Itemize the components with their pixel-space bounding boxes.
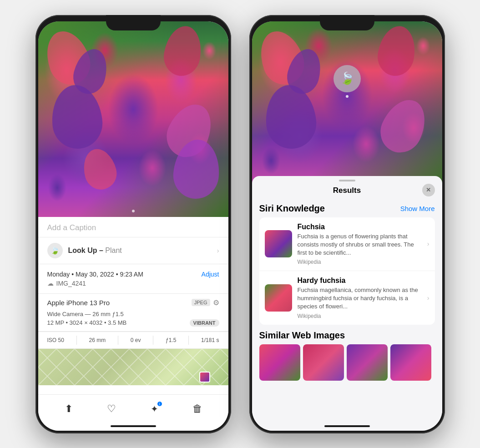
date-section: Monday • May 30, 2022 • 9:23 AM Adjust ☁… [38,264,228,294]
similar-images-row [259,344,435,381]
similar-images-title: Similar Web Images [259,330,345,341]
delete-button[interactable]: 🗑 [187,399,207,419]
results-panel: Results ✕ Siri Knowledge Show More [252,176,442,431]
fuchsia-item[interactable]: Fuchsia Fuchsia is a genus of flowering … [259,217,435,272]
show-more-button[interactable]: Show More [400,205,435,212]
format-badge: JPEG [192,299,210,306]
home-indicator [111,425,156,427]
similar-image-1[interactable] [259,344,300,381]
camera-specs: Wide Camera — 26 mm ƒ1.5 [47,311,219,317]
trash-icon: 🗑 [192,403,202,415]
phone-screen-right: 🍃 Results ✕ Siri Knowledge Show More [252,21,442,431]
exif-aperture: ƒ1.5 [166,337,176,343]
lookup-icon: 🍃 [47,243,63,258]
device-section: Apple iPhone 13 Pro JPEG ⚙ Wide Camera —… [38,294,228,332]
date-text: Monday • May 30, 2022 • 9:23 AM [47,271,143,278]
hardy-fuchsia-source: Wikipedia [298,313,420,319]
similar-image-3[interactable] [347,344,388,381]
fuchsia-source: Wikipedia [298,259,420,265]
hardy-fuchsia-item[interactable]: Hardy fuchsia Fuchsia magellanica, commo… [259,271,435,325]
map-thumbnail[interactable] [38,349,228,385]
lookup-row[interactable]: 🍃 Look Up – Plant › [38,237,228,264]
fuchsia-chevron: › [427,240,429,247]
phone-right: 🍃 Results ✕ Siri Knowledge Show More [249,15,445,433]
results-header: Results ✕ [252,181,442,199]
caption-placeholder[interactable]: Add a Caption [47,223,96,232]
info-button[interactable]: ✦ i [145,399,165,419]
resolution-specs: 12 MP • 3024 × 4032 • 3.5 MB [47,319,127,326]
photo-background[interactable] [38,21,228,217]
close-icon: ✕ [426,186,431,193]
lookup-label: Look Up – Plant [68,247,122,255]
exif-shutter: 1/181 s [201,337,219,343]
fuchsia-text: Fuchsia Fuchsia is a genus of flowering … [298,223,420,266]
lookup-chevron: › [217,247,219,254]
share-icon: ⬆ [65,403,73,415]
exif-iso: ISO 50 [47,337,64,343]
siri-knowledge-header: Siri Knowledge Show More [259,203,435,214]
hardy-fuchsia-description: Fuchsia magellanica, commonly known as t… [298,286,420,311]
similar-images-header: Similar Web Images [259,330,435,341]
similar-section: Similar Web Images [259,330,435,381]
knowledge-card: Fuchsia Fuchsia is a genus of flowering … [259,217,435,325]
fuchsia-description: Fuchsia is a genus of flowering plants t… [298,232,420,257]
results-title: Results [333,186,361,195]
visual-lookup-circle[interactable]: 🍃 [333,65,361,92]
hardy-fuchsia-name: Hardy fuchsia [298,277,420,285]
lookup-dot [346,95,349,98]
settings-icon[interactable]: ⚙ [213,298,219,307]
heart-icon: ♡ [107,403,116,415]
similar-image-4[interactable] [390,344,431,381]
caption-area[interactable]: Add a Caption [38,217,228,237]
filename: IMG_4241 [56,280,86,287]
results-content: Siri Knowledge Show More Fuchsia Fuchsia… [252,199,442,426]
exif-row: ISO 50 26 mm 0 ev ƒ1.5 1/181 s [38,332,228,349]
close-button[interactable]: ✕ [422,184,435,196]
phone-left: Add a Caption 🍃 Look Up – Plant › Monday… [35,15,231,433]
photo-info-area: Add a Caption 🍃 Look Up – Plant › Monday… [38,217,228,385]
siri-knowledge-title: Siri Knowledge [259,203,325,214]
vibrant-badge: VIBRANT [190,319,219,327]
exif-focal: 26 mm [89,337,106,343]
exif-ev: 0 ev [131,337,141,343]
phone-screen-left: Add a Caption 🍃 Look Up – Plant › Monday… [38,21,228,431]
favorite-button[interactable]: ♡ [101,399,121,419]
hardy-fuchsia-thumbnail [265,284,292,312]
device-name: Apple iPhone 13 Pro [47,299,110,307]
cloud-icon: ☁ [47,280,54,287]
page-indicator [132,210,135,212]
fuchsia-name: Fuchsia [298,223,420,231]
similar-image-2[interactable] [303,344,344,381]
info-badge: i [157,401,163,407]
adjust-button[interactable]: Adjust [202,271,219,278]
photo-background-right[interactable]: 🍃 [252,21,442,185]
map-photo-pin [199,372,210,383]
share-button[interactable]: ⬆ [59,399,79,419]
hardy-fuchsia-chevron: › [427,294,429,302]
fuchsia-thumbnail [265,230,292,257]
lookup-type: Plant [103,247,122,254]
hardy-fuchsia-text: Hardy fuchsia Fuchsia magellanica, commo… [298,277,420,319]
home-indicator-right [324,425,370,427]
